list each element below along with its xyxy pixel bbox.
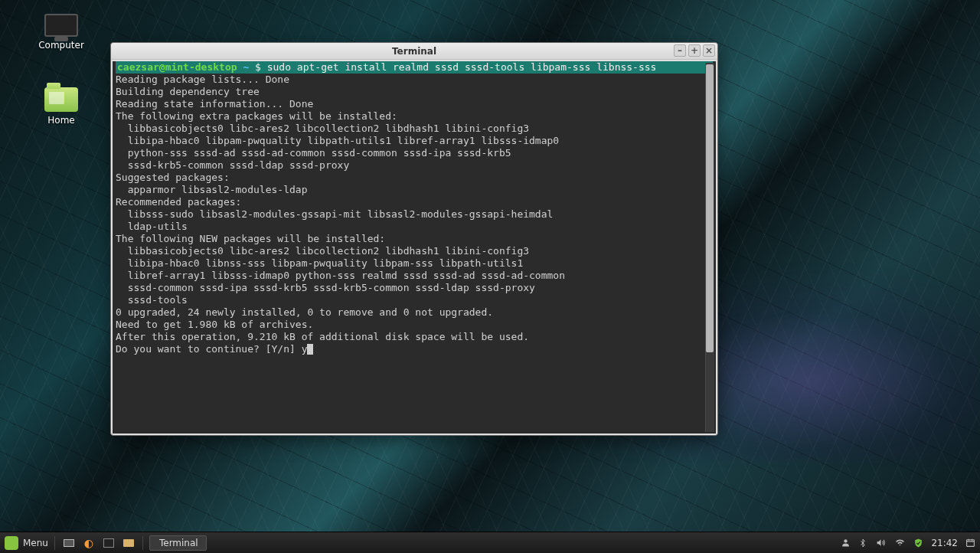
taskbar-app-terminal[interactable]: Terminal: [149, 535, 207, 551]
menu-button[interactable]: Menu: [23, 538, 48, 548]
calendar-icon[interactable]: [965, 538, 975, 548]
terminal-confirm-line: Do you want to continue? [Y/n] y: [116, 343, 713, 355]
system-tray: 21:42: [841, 538, 975, 548]
volume-icon[interactable]: [875, 538, 887, 548]
files-launcher-icon[interactable]: [121, 535, 136, 551]
user-icon[interactable]: [841, 538, 851, 548]
terminal-prompt-line: caezsar@mint-desktop ~ $ sudo apt-get in…: [116, 61, 713, 74]
terminal-body[interactable]: caezsar@mint-desktop ~ $ sudo apt-get in…: [113, 61, 716, 434]
taskbar-divider: [142, 536, 143, 550]
computer-icon: [44, 14, 78, 37]
desktop-icon-label: Computer: [31, 40, 92, 51]
terminal-output: Reading package lists... Done Building d…: [116, 74, 713, 343]
prompt-symbol: $: [255, 61, 261, 73]
desktop-icon-label: Home: [31, 115, 92, 126]
bluetooth-icon[interactable]: [858, 538, 867, 548]
terminal-cursor: [307, 344, 313, 355]
confirm-prefix: Do you want to continue? [Y/n]: [116, 343, 302, 355]
svg-point-0: [844, 539, 848, 542]
taskbar[interactable]: Menu ◐ Terminal 21:42: [0, 532, 980, 553]
terminal-window[interactable]: Terminal – + × caezsar@mint-desktop ~ $ …: [110, 42, 718, 436]
taskbar-divider: [54, 536, 55, 550]
network-icon[interactable]: [894, 538, 906, 548]
desktop-icon-home[interactable]: Home: [31, 84, 92, 126]
clock[interactable]: 21:42: [931, 538, 958, 548]
window-title: Terminal: [392, 46, 436, 57]
scrollbar-thumb[interactable]: [706, 64, 714, 352]
terminal-launcher-icon[interactable]: [101, 535, 116, 551]
svg-rect-1: [967, 540, 975, 547]
terminal-scrollbar[interactable]: [705, 63, 714, 432]
prompt-command: sudo apt-get install realmd sssd sssd-to…: [267, 61, 657, 73]
update-shield-icon[interactable]: [913, 538, 923, 548]
prompt-user: caezsar: [117, 61, 159, 73]
window-maximize-button[interactable]: +: [688, 44, 701, 57]
folder-icon: [44, 87, 78, 112]
confirm-input: y: [302, 343, 308, 355]
window-close-button[interactable]: ×: [703, 44, 715, 57]
window-titlebar[interactable]: Terminal – + ×: [111, 43, 717, 60]
desktop-icon-computer[interactable]: Computer: [31, 14, 92, 51]
mint-logo-icon[interactable]: [5, 536, 18, 550]
firefox-icon[interactable]: ◐: [81, 535, 96, 551]
taskbar-app-label: Terminal: [159, 538, 198, 548]
show-desktop-icon[interactable]: [61, 535, 77, 551]
window-minimize-button[interactable]: –: [674, 44, 686, 57]
prompt-cwd: ~: [243, 61, 249, 73]
prompt-host: mint-desktop: [165, 61, 237, 73]
